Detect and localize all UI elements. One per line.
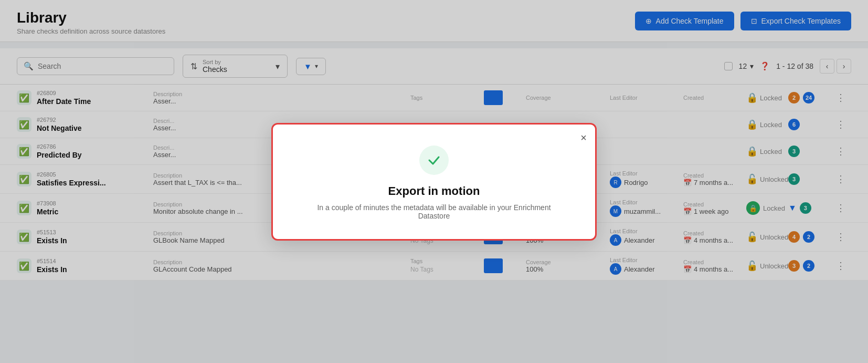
checkmark-icon <box>427 153 441 168</box>
modal-overlay: × Export in motion In a couple of minute… <box>0 0 868 363</box>
export-success-modal: × Export in motion In a couple of minute… <box>271 123 597 241</box>
modal-subtitle: In a couple of minutes the metadata will… <box>304 203 564 220</box>
modal-close-button[interactable]: × <box>580 132 587 144</box>
modal-title: Export in motion <box>304 184 564 198</box>
success-icon-circle <box>419 146 449 175</box>
